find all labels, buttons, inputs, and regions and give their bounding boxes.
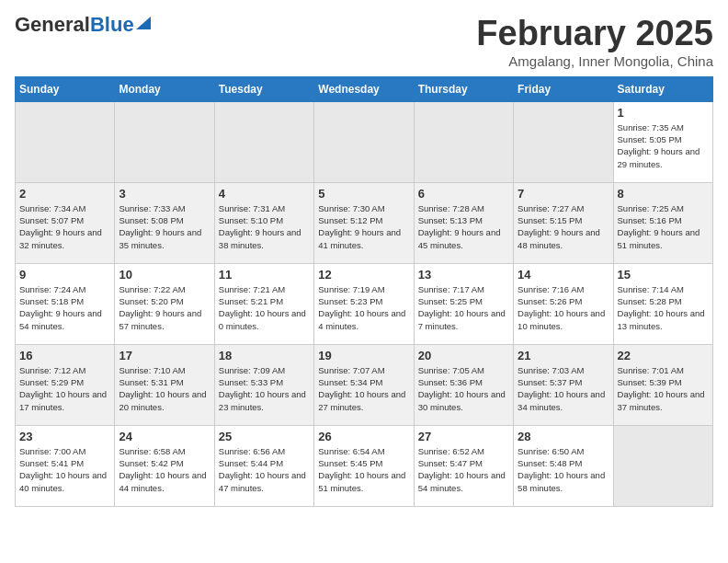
calendar-cell: 18Sunrise: 7:09 AM Sunset: 5:33 PM Dayli… [214, 344, 313, 425]
calendar-week-row: 1Sunrise: 7:35 AM Sunset: 5:05 PM Daylig… [16, 101, 713, 182]
calendar-cell: 7Sunrise: 7:27 AM Sunset: 5:15 PM Daylig… [514, 182, 613, 263]
calendar-cell: 1Sunrise: 7:35 AM Sunset: 5:05 PM Daylig… [613, 101, 712, 182]
day-number: 6 [418, 187, 509, 201]
calendar-week-row: 9Sunrise: 7:24 AM Sunset: 5:18 PM Daylig… [16, 263, 713, 344]
day-info: Sunrise: 7:21 AM Sunset: 5:21 PM Dayligh… [219, 283, 310, 332]
day-info: Sunrise: 7:00 AM Sunset: 5:41 PM Dayligh… [19, 445, 110, 494]
day-number: 20 [418, 349, 509, 362]
calendar-cell: 8Sunrise: 7:25 AM Sunset: 5:16 PM Daylig… [613, 182, 712, 263]
calendar-cell: 3Sunrise: 7:33 AM Sunset: 5:08 PM Daylig… [115, 182, 214, 263]
day-info: Sunrise: 6:56 AM Sunset: 5:44 PM Dayligh… [219, 445, 310, 494]
weekday-header-thursday: Thursday [414, 76, 513, 101]
weekday-header-row: SundayMondayTuesdayWednesdayThursdayFrid… [16, 76, 713, 101]
calendar-cell: 28Sunrise: 6:50 AM Sunset: 5:48 PM Dayli… [514, 425, 613, 506]
weekday-header-tuesday: Tuesday [214, 76, 313, 101]
calendar-cell: 21Sunrise: 7:03 AM Sunset: 5:37 PM Dayli… [514, 344, 613, 425]
weekday-header-sunday: Sunday [16, 76, 115, 101]
calendar-cell [214, 101, 313, 182]
day-info: Sunrise: 6:50 AM Sunset: 5:48 PM Dayligh… [518, 445, 609, 494]
calendar-cell: 25Sunrise: 6:56 AM Sunset: 5:44 PM Dayli… [214, 425, 313, 506]
day-number: 28 [518, 430, 609, 443]
day-info: Sunrise: 7:34 AM Sunset: 5:07 PM Dayligh… [19, 202, 110, 251]
calendar-cell [414, 101, 513, 182]
location-subtitle: Amgalang, Inner Mongolia, China [476, 53, 713, 69]
calendar-table: SundayMondayTuesdayWednesdayThursdayFrid… [15, 76, 713, 507]
calendar-cell: 4Sunrise: 7:31 AM Sunset: 5:10 PM Daylig… [214, 182, 313, 263]
logo: General Blue [15, 15, 151, 35]
day-info: Sunrise: 7:33 AM Sunset: 5:08 PM Dayligh… [119, 202, 210, 251]
weekday-header-saturday: Saturday [613, 76, 712, 101]
day-number: 2 [19, 187, 110, 201]
weekday-header-wednesday: Wednesday [314, 76, 414, 101]
logo-bird-icon [136, 17, 151, 29]
day-info: Sunrise: 7:22 AM Sunset: 5:20 PM Dayligh… [119, 283, 210, 332]
day-info: Sunrise: 7:09 AM Sunset: 5:33 PM Dayligh… [219, 364, 310, 413]
day-number: 7 [518, 187, 609, 201]
day-info: Sunrise: 7:16 AM Sunset: 5:26 PM Dayligh… [518, 283, 609, 332]
day-number: 10 [119, 268, 210, 282]
calendar-cell: 14Sunrise: 7:16 AM Sunset: 5:26 PM Dayli… [514, 263, 613, 344]
day-number: 12 [318, 268, 409, 282]
calendar-cell: 16Sunrise: 7:12 AM Sunset: 5:29 PM Dayli… [16, 344, 115, 425]
calendar-cell: 19Sunrise: 7:07 AM Sunset: 5:34 PM Dayli… [314, 344, 414, 425]
day-number: 8 [618, 187, 709, 201]
day-number: 26 [318, 430, 409, 443]
calendar-cell: 20Sunrise: 7:05 AM Sunset: 5:36 PM Dayli… [414, 344, 513, 425]
day-info: Sunrise: 7:19 AM Sunset: 5:23 PM Dayligh… [318, 283, 409, 332]
day-info: Sunrise: 7:10 AM Sunset: 5:31 PM Dayligh… [119, 364, 210, 413]
day-info: Sunrise: 7:07 AM Sunset: 5:34 PM Dayligh… [318, 364, 409, 413]
weekday-header-friday: Friday [514, 76, 613, 101]
day-number: 3 [119, 187, 210, 201]
day-number: 22 [618, 349, 709, 362]
logo-blue-text: Blue [90, 15, 134, 35]
day-number: 25 [219, 430, 310, 443]
day-number: 27 [418, 430, 509, 443]
calendar-cell: 9Sunrise: 7:24 AM Sunset: 5:18 PM Daylig… [16, 263, 115, 344]
day-info: Sunrise: 7:27 AM Sunset: 5:15 PM Dayligh… [518, 202, 609, 251]
day-info: Sunrise: 7:28 AM Sunset: 5:13 PM Dayligh… [418, 202, 509, 251]
day-number: 13 [418, 268, 509, 282]
calendar-cell: 17Sunrise: 7:10 AM Sunset: 5:31 PM Dayli… [115, 344, 214, 425]
calendar-cell: 13Sunrise: 7:17 AM Sunset: 5:25 PM Dayli… [414, 263, 513, 344]
day-info: Sunrise: 7:35 AM Sunset: 5:05 PM Dayligh… [618, 121, 709, 170]
svg-marker-0 [136, 17, 151, 29]
day-info: Sunrise: 7:05 AM Sunset: 5:36 PM Dayligh… [418, 364, 509, 413]
title-area: February 2025 Amgalang, Inner Mongolia, … [476, 15, 713, 69]
day-info: Sunrise: 7:17 AM Sunset: 5:25 PM Dayligh… [418, 283, 509, 332]
day-number: 14 [518, 268, 609, 282]
day-number: 24 [119, 430, 210, 443]
day-info: Sunrise: 7:25 AM Sunset: 5:16 PM Dayligh… [618, 202, 709, 251]
page-header: General Blue February 2025 Amgalang, Inn… [15, 15, 713, 69]
calendar-cell: 2Sunrise: 7:34 AM Sunset: 5:07 PM Daylig… [16, 182, 115, 263]
calendar-cell: 27Sunrise: 6:52 AM Sunset: 5:47 PM Dayli… [414, 425, 513, 506]
day-info: Sunrise: 7:12 AM Sunset: 5:29 PM Dayligh… [19, 364, 110, 413]
weekday-header-monday: Monday [115, 76, 214, 101]
day-info: Sunrise: 6:52 AM Sunset: 5:47 PM Dayligh… [418, 445, 509, 494]
day-number: 15 [618, 268, 709, 282]
month-title: February 2025 [476, 15, 713, 53]
day-number: 19 [318, 349, 409, 362]
calendar-cell: 23Sunrise: 7:00 AM Sunset: 5:41 PM Dayli… [16, 425, 115, 506]
day-number: 23 [19, 430, 110, 443]
day-number: 9 [19, 268, 110, 282]
day-number: 17 [119, 349, 210, 362]
day-number: 18 [219, 349, 310, 362]
calendar-cell: 12Sunrise: 7:19 AM Sunset: 5:23 PM Dayli… [314, 263, 414, 344]
calendar-cell [115, 101, 214, 182]
day-number: 5 [318, 187, 409, 201]
day-info: Sunrise: 7:03 AM Sunset: 5:37 PM Dayligh… [518, 364, 609, 413]
day-info: Sunrise: 7:30 AM Sunset: 5:12 PM Dayligh… [318, 202, 409, 251]
calendar-cell [613, 425, 712, 506]
day-info: Sunrise: 7:31 AM Sunset: 5:10 PM Dayligh… [219, 202, 310, 251]
day-info: Sunrise: 7:14 AM Sunset: 5:28 PM Dayligh… [618, 283, 709, 332]
day-info: Sunrise: 6:54 AM Sunset: 5:45 PM Dayligh… [318, 445, 409, 494]
logo-general-text: General [15, 15, 90, 35]
day-info: Sunrise: 7:01 AM Sunset: 5:39 PM Dayligh… [618, 364, 709, 413]
calendar-cell: 24Sunrise: 6:58 AM Sunset: 5:42 PM Dayli… [115, 425, 214, 506]
calendar-cell [16, 101, 115, 182]
calendar-cell: 11Sunrise: 7:21 AM Sunset: 5:21 PM Dayli… [214, 263, 313, 344]
day-number: 21 [518, 349, 609, 362]
calendar-cell [514, 101, 613, 182]
calendar-cell: 5Sunrise: 7:30 AM Sunset: 5:12 PM Daylig… [314, 182, 414, 263]
calendar-cell: 22Sunrise: 7:01 AM Sunset: 5:39 PM Dayli… [613, 344, 712, 425]
